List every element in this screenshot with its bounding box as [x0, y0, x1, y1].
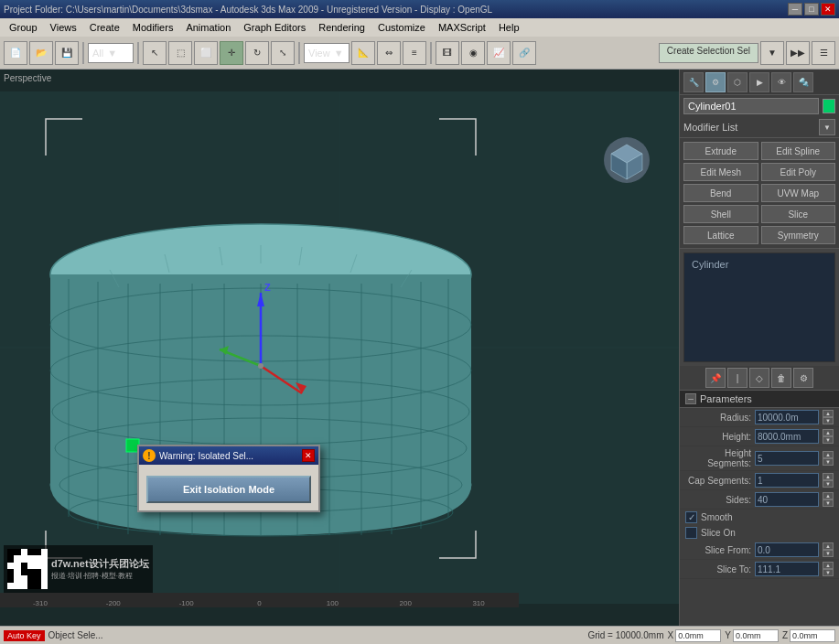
pin-stack-button[interactable]: 📌	[705, 368, 726, 388]
rotate-button[interactable]: ↻	[245, 41, 269, 65]
mirror-button[interactable]: ⇔	[377, 41, 401, 65]
menu-modifiers[interactable]: Modifiers	[127, 20, 179, 35]
snap-toggle[interactable]: 📐	[351, 41, 375, 65]
slice-to-up[interactable]: ▲	[823, 562, 834, 569]
select-object-button[interactable]: ↖	[143, 41, 167, 65]
minimize-button[interactable]: ─	[788, 3, 802, 16]
panel-display-icon[interactable]: 👁	[771, 72, 791, 92]
select-region-button[interactable]: ⬚	[168, 41, 192, 65]
close-button[interactable]: ✕	[821, 3, 835, 16]
radius-spinner[interactable]: ▲ ▼	[823, 410, 834, 424]
panel-hierarchy-icon[interactable]: ⬡	[727, 72, 748, 92]
scale-button[interactable]: ⤡	[271, 41, 295, 65]
lattice-button[interactable]: Lattice	[683, 226, 758, 244]
radius-up[interactable]: ▲	[823, 410, 834, 417]
cap-segs-up[interactable]: ▲	[823, 473, 834, 480]
radius-input[interactable]: 10000.0m	[755, 410, 819, 424]
menu-animation[interactable]: Animation	[180, 20, 236, 35]
modifier-list-dropdown[interactable]: ▼	[819, 119, 835, 135]
cap-segs-down[interactable]: ▼	[823, 480, 834, 488]
configure-button[interactable]: ⚙	[793, 368, 813, 388]
modifier-list-row: Modifier List ▼	[680, 117, 839, 138]
align-button[interactable]: ≡	[403, 41, 426, 65]
symmetry-button[interactable]: Symmetry	[761, 226, 836, 244]
panel-modify-icon[interactable]: ⚙	[705, 72, 726, 92]
radius-down[interactable]: ▼	[823, 417, 834, 424]
smooth-checkbox[interactable]	[685, 511, 697, 523]
menu-help[interactable]: Help	[493, 20, 525, 35]
exit-isolation-button[interactable]: Exit Isolation Mode	[146, 476, 311, 503]
cap-segs-input[interactable]: 1	[755, 473, 819, 488]
menu-views[interactable]: Views	[45, 20, 82, 35]
warning-close-button[interactable]: ✕	[302, 449, 315, 462]
edit-mesh-button[interactable]: Edit Mesh	[683, 163, 758, 181]
modifier-stack[interactable]: Cylinder	[683, 252, 835, 362]
sides-input[interactable]: 40	[755, 492, 819, 507]
menu-create[interactable]: Create	[84, 20, 125, 35]
slice-to-spinner[interactable]: ▲ ▼	[823, 562, 834, 576]
uvw-map-button[interactable]: UVW Map	[761, 184, 836, 202]
slice-from-up[interactable]: ▲	[823, 542, 834, 550]
toolbar-dropdown-arrow[interactable]: ▼	[760, 41, 784, 65]
filter-selection-button[interactable]: ☰	[812, 41, 835, 65]
slice-to-input[interactable]: 111.1	[755, 562, 819, 576]
move-button[interactable]: ✛	[220, 41, 243, 65]
make-unique-button[interactable]: ◇	[749, 368, 769, 388]
stack-item-cylinder[interactable]: Cylinder	[688, 257, 831, 272]
material-editor-button[interactable]: ◉	[461, 41, 485, 65]
panel-create-icon[interactable]: 🔧	[683, 72, 704, 92]
x-input[interactable]	[675, 629, 721, 642]
slice-from-down[interactable]: ▼	[823, 550, 834, 557]
menu-customize[interactable]: Customize	[372, 20, 431, 35]
select-window-button[interactable]: ⬜	[194, 41, 218, 65]
sides-down[interactable]: ▼	[823, 499, 834, 507]
height-segs-input[interactable]: 5	[755, 451, 819, 466]
create-selection-button[interactable]: Create Selection Sel	[659, 43, 758, 63]
show-all-button[interactable]: |	[727, 368, 748, 388]
edit-spline-button[interactable]: Edit Spline	[761, 142, 836, 160]
height-down[interactable]: ▼	[823, 436, 834, 444]
open-button[interactable]: 📂	[29, 41, 53, 65]
sides-spinner[interactable]: ▲ ▼	[823, 492, 834, 507]
render-setup-button[interactable]: 🎞	[436, 41, 459, 65]
viewport[interactable]: Perspective	[0, 70, 679, 626]
menu-rendering[interactable]: Rendering	[313, 20, 371, 35]
height-input[interactable]: 8000.0mm	[755, 429, 819, 444]
height-segs-spinner[interactable]: ▲ ▼	[823, 451, 834, 466]
height-segs-down[interactable]: ▼	[823, 458, 834, 466]
remove-modifier-button[interactable]: 🗑	[771, 368, 791, 388]
sides-up[interactable]: ▲	[823, 492, 834, 499]
view-dropdown[interactable]: View ▼	[304, 43, 350, 63]
height-spinner[interactable]: ▲ ▼	[823, 429, 834, 444]
panel-motion-icon[interactable]: ▶	[749, 72, 769, 92]
height-segs-up[interactable]: ▲	[823, 451, 834, 458]
schematic-view-button[interactable]: 🔗	[512, 41, 536, 65]
height-up[interactable]: ▲	[823, 429, 834, 436]
bend-button[interactable]: Bend	[683, 184, 758, 202]
object-color-swatch[interactable]	[823, 99, 835, 113]
object-name-input[interactable]	[683, 98, 819, 114]
panel-utilities-icon[interactable]: 🔩	[793, 72, 813, 92]
menu-graph-editors[interactable]: Graph Editors	[238, 20, 311, 35]
maximize-button[interactable]: □	[804, 3, 819, 16]
params-header[interactable]: ─ Parameters	[680, 391, 839, 408]
slice-from-input[interactable]: 0.0	[755, 542, 819, 557]
menu-maxscript[interactable]: MAXScript	[433, 20, 491, 35]
filter-dropdown[interactable]: All ▼	[88, 43, 134, 63]
curve-editor-button[interactable]: 📈	[487, 41, 511, 65]
params-collapse-button[interactable]: ─	[685, 393, 696, 404]
save-button[interactable]: 💾	[55, 41, 79, 65]
new-scene-button[interactable]: 📄	[4, 41, 27, 65]
slice-from-spinner[interactable]: ▲ ▼	[823, 542, 834, 557]
edit-poly-button[interactable]: Edit Poly	[761, 163, 836, 181]
slice-on-checkbox[interactable]	[685, 527, 697, 539]
menu-group[interactable]: Group	[4, 20, 43, 35]
slice-to-down[interactable]: ▼	[823, 569, 834, 576]
cap-segs-spinner[interactable]: ▲ ▼	[823, 473, 834, 488]
extrude-button[interactable]: Extrude	[683, 142, 758, 160]
slice-button[interactable]: Slice	[761, 205, 836, 223]
named-selection-button[interactable]: ▶▶	[786, 41, 810, 65]
z-input[interactable]	[790, 629, 835, 642]
y-input[interactable]	[733, 629, 779, 642]
shell-button[interactable]: Shell	[683, 205, 758, 223]
